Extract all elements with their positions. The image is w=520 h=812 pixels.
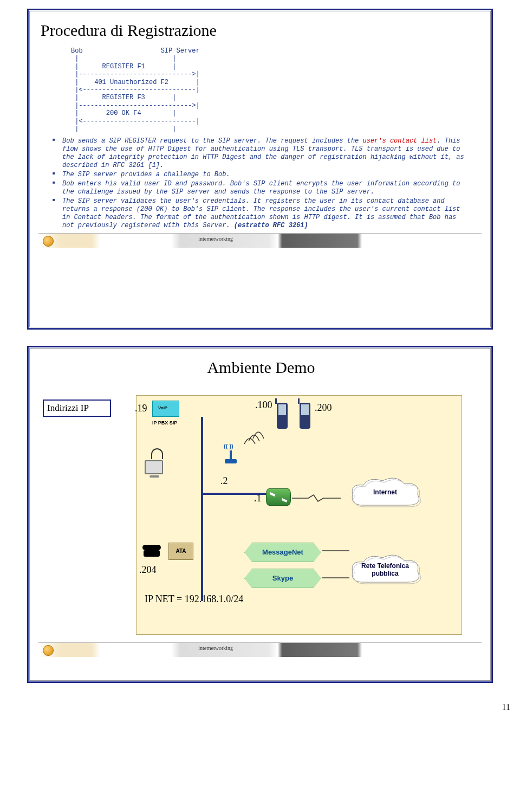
hex-link-1: [322, 547, 349, 555]
ip-2: .2: [220, 475, 228, 487]
wifi-ap-icon: [223, 444, 239, 457]
footer-center: internetworking: [198, 645, 233, 651]
ip-1: .1: [254, 493, 262, 504]
note-2: The SIP server provides a challenge to B…: [51, 171, 472, 179]
footer-logo-icon: [43, 236, 54, 247]
ip-204: .204: [139, 564, 157, 576]
pstn-cloud: Rete Telefonica pubblica: [347, 552, 423, 590]
indirizzi-ip-label: Indirizzi IP: [43, 399, 111, 417]
voip-label: VoIP: [158, 405, 167, 410]
slide-1: Procedura di Registrazione Bob SIP Serve…: [27, 9, 493, 330]
slide2-title: Ambiente Demo: [41, 358, 482, 377]
ip-pbx-sip-label: IP PBX SIP: [152, 420, 177, 426]
slide1-notes: Bob sends a SIP REGISTER request to the …: [51, 137, 472, 230]
analog-phone-icon: [142, 545, 161, 558]
ip-200: .200: [315, 402, 332, 414]
footer-center: internetworking: [198, 236, 233, 242]
note-4: The SIP server validates the user's cred…: [51, 197, 472, 230]
footer-milano: Milano 6-7 giugno: [391, 646, 428, 652]
slide-2-inner: Ambiente Demo Indirizzi IP VoIP .19 IP P…: [29, 348, 491, 681]
monitor-icon: [145, 460, 164, 476]
ip-19: .19: [135, 403, 147, 414]
headset-icon: [151, 448, 162, 459]
skype-label: Skype: [244, 569, 321, 588]
link-zigzag-icon: [292, 493, 341, 504]
page-number: 11: [502, 703, 510, 712]
ata-box-icon: ATA: [168, 543, 193, 560]
messagenet-label: MessageNet: [244, 543, 321, 562]
slide1-footer: internetworking Milano 6-7 giugno: [38, 233, 482, 248]
cellphone-2-icon: [300, 403, 310, 429]
footer-milano: Milano 6-7 giugno: [391, 237, 428, 242]
cellphone-1-icon: [277, 403, 288, 429]
net-line-v: [201, 417, 203, 601]
internet-label: Internet: [373, 488, 397, 496]
note-1: Bob sends a SIP REGISTER request to the …: [51, 137, 472, 170]
hex-link-2: [322, 574, 349, 582]
ip-net: IP NET = 192.168.1.0/24: [145, 594, 243, 605]
router-icon: [266, 488, 291, 506]
diagram-area: Indirizzi IP VoIP .19 IP PBX SIP: [38, 384, 482, 639]
sip-ascii-diagram: Bob SIP Server | | | REGISTER F1 | |----…: [71, 47, 482, 133]
ip-100: .100: [255, 399, 272, 411]
voip-box-icon: VoIP: [152, 401, 179, 417]
footer-logo-icon: [43, 645, 54, 656]
slide-2: Ambiente Demo Indirizzi IP VoIP .19 IP P…: [27, 346, 493, 683]
wifi-waves-icon: [243, 422, 276, 449]
note-3: Bob enters his valid user ID and passwor…: [51, 180, 472, 196]
slide-1-inner: Procedura di Registrazione Bob SIP Serve…: [29, 11, 491, 327]
slide1-title: Procedura di Registrazione: [41, 21, 482, 40]
slide2-footer: internetworking Milano 6-7 giugno: [38, 642, 482, 657]
internet-cloud: Internet: [347, 475, 423, 513]
